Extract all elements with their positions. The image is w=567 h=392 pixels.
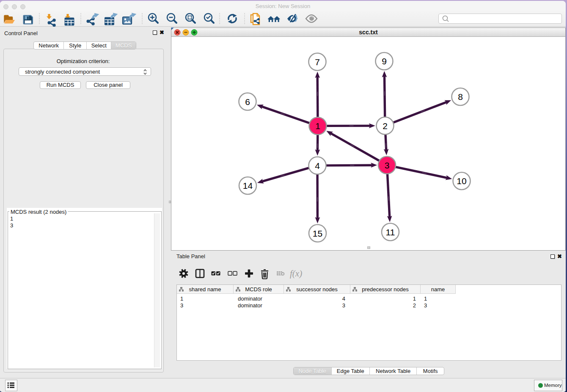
svg-text:11: 11	[386, 227, 395, 237]
svg-text:2: 2	[383, 121, 388, 131]
svg-text:1: 1	[315, 121, 320, 131]
svg-text:9: 9	[382, 56, 387, 66]
svg-text:7: 7	[315, 57, 320, 67]
svg-text:3: 3	[385, 160, 390, 170]
svg-text:8: 8	[458, 92, 463, 102]
svg-text:14: 14	[243, 181, 253, 190]
svg-text:15: 15	[313, 229, 322, 238]
svg-text:6: 6	[245, 97, 250, 107]
svg-text:4: 4	[315, 161, 320, 171]
svg-text:10: 10	[457, 176, 466, 186]
